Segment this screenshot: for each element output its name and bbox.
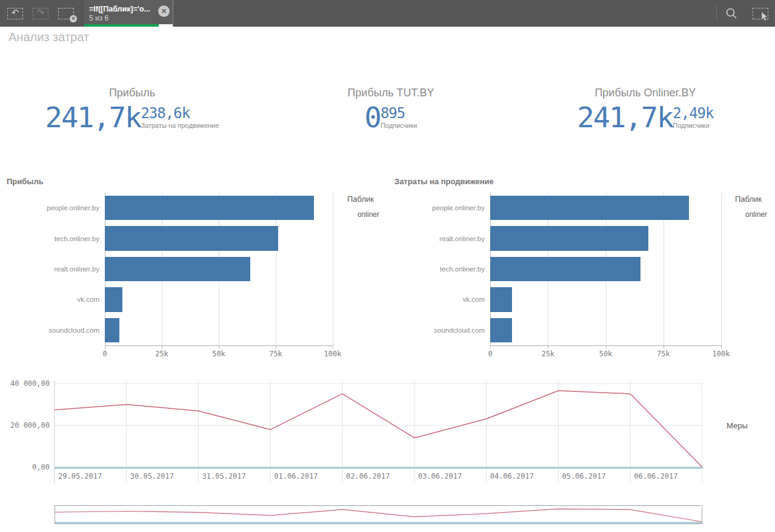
bar-plot[interactable]: 025k50k75k100kpeople.onliner.bytech.onli… — [105, 193, 333, 346]
category-label-realt.onliner.by[interactable]: realt.onliner.by — [8, 254, 105, 284]
kpi-secondary-value: 238,6k — [141, 105, 219, 121]
bar-people.onliner.by[interactable] — [105, 196, 314, 220]
line-series-1[interactable] — [55, 391, 702, 467]
legend: Паблик onliner — [735, 195, 775, 219]
x-tick-label: 0 — [472, 350, 508, 358]
navigator-canvas — [55, 506, 702, 524]
kpi-secondary-value: 895 — [381, 105, 417, 121]
category-label-tech.onliner.by[interactable]: tech.onliner.by — [394, 254, 490, 284]
smart-search-button[interactable] — [717, 0, 746, 27]
legend-item-label: onliner — [358, 210, 379, 219]
time-range-navigator[interactable] — [55, 505, 702, 524]
undo-selection-button[interactable]: ↶ — [2, 0, 28, 27]
category-label-people.onliner.by[interactable]: people.onliner.by — [8, 193, 105, 223]
legend-item-onliner[interactable]: onliner — [735, 210, 775, 219]
selection-tab[interactable]: =If([Паблик]='o... 5 из 6 ✕ — [84, 0, 173, 27]
toolbar: ↶ ↷ ✕ =If([Паблик]='o... 5 из 6 ✕ — [0, 0, 775, 27]
line-plot[interactable] — [55, 381, 702, 467]
chart-title: Затраты на продвижение — [393, 175, 775, 186]
kpi-main-value: 0 — [365, 101, 381, 134]
toolbar-right-group — [716, 0, 775, 27]
category-label-vk.com[interactable]: vk.com — [8, 284, 105, 314]
x-tick-label: 50k — [588, 350, 624, 358]
selection-tab-count: 5 из 6 — [89, 14, 168, 22]
bar-vk.com[interactable] — [490, 287, 512, 311]
x-date-label: 01.06.2017 — [274, 472, 318, 480]
legend-item-onliner[interactable]: onliner — [347, 210, 387, 219]
y-tick-label: 0,00 — [0, 463, 50, 471]
bar-chart-profit[interactable]: Прибыль 025k50k75k100kpeople.onliner.byt… — [5, 175, 388, 365]
page-title: Анализ затрат — [8, 30, 89, 44]
x-date-label: 03.06.2017 — [418, 472, 462, 480]
kpi-main-value: 241,7k — [45, 101, 141, 134]
redo-selection-button[interactable]: ↷ — [28, 0, 53, 27]
bar-chart-promotion-costs[interactable]: Затраты на продвижение 025k50k75k100kpeo… — [393, 175, 775, 365]
bar-soundcloud.com[interactable] — [105, 318, 119, 342]
category-label-realt.onliner.by[interactable]: realt.onliner.by — [394, 223, 490, 253]
bar-vk.com[interactable] — [105, 287, 122, 311]
bar-tech.onliner.by[interactable] — [490, 257, 640, 281]
x-date-label: 04.06.2017 — [490, 472, 534, 480]
kpi-secondary-label: Подписчики — [381, 122, 417, 129]
search-icon — [725, 7, 738, 20]
kpi-profit: Прибыль 241,7k 238,6k Затраты на продвиж… — [24, 86, 240, 134]
category-label-people.onliner.by[interactable]: people.onliner.by — [394, 193, 490, 223]
selection-progress-track — [84, 24, 173, 27]
undo-icon: ↶ — [7, 8, 23, 19]
chart-title: Прибыль — [5, 175, 388, 186]
gridline — [333, 193, 333, 345]
line-legend-title: Меры — [727, 421, 748, 430]
qlik-dashboard: { "toolbar": { "selection_tab": { "title… — [0, 0, 775, 532]
bar-people.onliner.by[interactable] — [490, 196, 689, 220]
legend-item-label: onliner — [745, 210, 767, 219]
legend-title: Паблик — [347, 195, 387, 204]
bar-tech.onliner.by[interactable] — [105, 226, 278, 250]
x-date-label: 02.06.2017 — [346, 472, 390, 480]
bar-plot[interactable]: 025k50k75k100kpeople.onliner.byrealt.onl… — [490, 193, 721, 346]
x-date-label: 05.06.2017 — [562, 472, 605, 480]
axis-tick — [276, 345, 276, 348]
bar-realt.onliner.by[interactable] — [490, 226, 648, 250]
kpi-secondary-value: 2,49k — [673, 105, 713, 121]
selections-tool-icon — [753, 8, 768, 19]
axis-tick — [105, 345, 105, 348]
category-label-soundcloud.com[interactable]: soundcloud.com — [394, 315, 490, 345]
legend-title: Паблик — [735, 195, 775, 204]
legend-swatch — [347, 211, 354, 218]
axis-tick — [333, 345, 333, 348]
selection-progress-fill — [84, 24, 159, 27]
kpi-title: Прибыль Onliner.BY — [548, 86, 742, 99]
y-tick-label: 40 000,00 — [0, 379, 50, 388]
clear-all-selections-button[interactable]: ✕ — [53, 0, 79, 27]
category-label-soundcloud.com[interactable]: soundcloud.com — [8, 315, 105, 345]
x-tick-label: 75k — [645, 350, 682, 358]
legend: Паблик onliner — [347, 195, 387, 219]
kpi-secondary-label: Затраты на продвижение — [141, 122, 219, 129]
y-tick-label: 20 000,00 — [0, 421, 50, 430]
axis-tick — [548, 345, 548, 348]
kpi-secondary-label: Подписчики — [673, 122, 713, 129]
x-tick-label: 75k — [258, 350, 294, 358]
kpi-profit-onlinerby: Прибыль Onliner.BY 241,7k 2,49k Подписчи… — [548, 86, 742, 134]
selection-close-icon[interactable]: ✕ — [158, 5, 170, 17]
x-tick-label: 50k — [201, 350, 237, 358]
kpi-main-value: 241,7k — [577, 101, 673, 134]
bar-soundcloud.com[interactable] — [490, 318, 512, 342]
category-label-vk.com[interactable]: vk.com — [394, 284, 490, 314]
kpi-profit-tutby: Прибыль TUT.BY 0 895 Подписчики — [315, 86, 467, 134]
bar-realt.onliner.by[interactable] — [105, 257, 250, 281]
selections-tool-button[interactable] — [746, 0, 775, 27]
navigator-series-1 — [55, 509, 702, 522]
x-date-label: 29.05.2017 — [58, 472, 102, 480]
redo-icon: ↷ — [33, 8, 48, 19]
axis-tick — [219, 345, 219, 348]
x-tick-label: 100k — [314, 350, 351, 358]
category-label-tech.onliner.by[interactable]: tech.onliner.by — [8, 223, 105, 253]
line-chart-measures[interactable]: Меры 29.05.201730.05.201731.05.201701.06… — [0, 373, 775, 494]
x-tick-label: 0 — [87, 350, 123, 358]
clear-x-badge: ✕ — [70, 15, 77, 22]
axis-tick — [721, 345, 722, 348]
x-date-label: 31.05.2017 — [202, 472, 246, 480]
selection-history-group: ↶ ↷ ✕ — [0, 0, 79, 27]
x-date-label: 30.05.2017 — [130, 472, 174, 480]
